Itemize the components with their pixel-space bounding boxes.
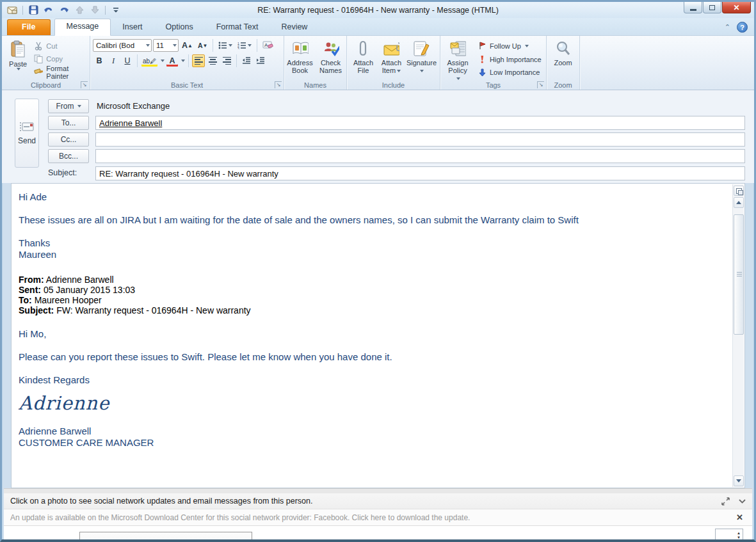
customize-qat-button[interactable] bbox=[109, 4, 122, 16]
to-field[interactable]: Adrienne Barwell bbox=[95, 116, 745, 130]
bullets-button[interactable] bbox=[216, 39, 234, 52]
contact-photo-placeholder[interactable] bbox=[79, 532, 252, 542]
tags-group-label: Tags bbox=[486, 81, 501, 89]
scroll-down-button[interactable] bbox=[734, 475, 744, 486]
restore-button[interactable] bbox=[703, 2, 721, 13]
font-name-combo[interactable]: Calibri (Bod bbox=[93, 39, 152, 52]
clipboard-dialog-launcher[interactable]: ↘ bbox=[81, 81, 88, 88]
tags-dialog-launcher[interactable]: ↘ bbox=[537, 81, 544, 88]
font-color-button[interactable]: A bbox=[166, 54, 179, 67]
underline-button[interactable]: U bbox=[121, 54, 134, 67]
cc-button[interactable]: Cc... bbox=[48, 132, 89, 147]
close-button[interactable]: ✕ bbox=[722, 2, 751, 13]
increase-indent-button[interactable] bbox=[254, 54, 267, 67]
dismiss-update-icon[interactable]: ✕ bbox=[736, 513, 743, 522]
body-scrollbar[interactable] bbox=[732, 184, 744, 487]
paste-button[interactable]: Paste bbox=[4, 38, 31, 79]
check-names-button[interactable]: Check Names bbox=[316, 38, 346, 79]
tab-format-text[interactable]: Format Text bbox=[205, 20, 270, 35]
message-body[interactable]: Hi Ade These issues are all on JIRA but … bbox=[11, 183, 745, 488]
from-button[interactable]: From bbox=[48, 99, 89, 113]
assign-policy-button[interactable]: Assign Policy bbox=[443, 38, 472, 79]
copy-button[interactable]: Copy bbox=[31, 53, 87, 65]
tab-file[interactable]: File bbox=[7, 19, 51, 35]
follow-up-button[interactable]: Follow Up bbox=[475, 40, 543, 52]
high-importance-icon bbox=[477, 54, 487, 65]
numbering-caret bbox=[248, 44, 252, 47]
highlight-button[interactable]: ab🖉 bbox=[141, 54, 158, 67]
signature-button[interactable]: Signature bbox=[406, 38, 437, 79]
scrollbar-thumb[interactable] bbox=[734, 214, 744, 335]
low-importance-button[interactable]: Low Importance bbox=[475, 67, 543, 78]
attach-file-button[interactable]: Attach File bbox=[350, 38, 377, 79]
decrease-indent-button[interactable] bbox=[240, 54, 253, 67]
highlight-caret[interactable] bbox=[161, 60, 165, 62]
minimize-icon bbox=[690, 9, 696, 11]
social-update-text[interactable]: An update is available on the Microsoft … bbox=[10, 513, 470, 522]
bullets-icon bbox=[218, 42, 227, 49]
minimize-button[interactable] bbox=[684, 2, 702, 13]
chevron-down-icon[interactable] bbox=[739, 499, 746, 504]
attach-item-button[interactable]: Attach Item bbox=[377, 38, 406, 79]
tab-options[interactable]: Options bbox=[154, 20, 205, 35]
people-pane-splitter[interactable] bbox=[4, 488, 752, 493]
font-size-combo[interactable]: 11 bbox=[153, 39, 179, 52]
cc-field[interactable] bbox=[95, 132, 745, 147]
send-icon bbox=[19, 121, 35, 132]
from-account-value: Microsoft Exchange bbox=[97, 101, 170, 111]
message-window-icon bbox=[6, 4, 19, 16]
numbering-button[interactable]: 123 bbox=[236, 39, 253, 52]
undo-button[interactable] bbox=[42, 4, 55, 16]
help-icon[interactable]: ? bbox=[737, 22, 748, 33]
title-bar: RE: Warranty request - 016964H - New war… bbox=[2, 2, 754, 18]
to-recipient[interactable]: Adrienne Barwell bbox=[99, 118, 162, 128]
signature-caret bbox=[420, 70, 424, 72]
low-importance-icon bbox=[477, 67, 487, 77]
tab-message[interactable]: Message bbox=[54, 19, 111, 36]
bold-button[interactable]: B bbox=[93, 54, 106, 67]
body-thanks: Thanks bbox=[19, 237, 725, 249]
align-right-button[interactable] bbox=[220, 54, 233, 67]
high-importance-button[interactable]: High Importance bbox=[475, 54, 543, 65]
address-book-button[interactable]: Address Book bbox=[285, 38, 316, 79]
cut-button[interactable]: Cut bbox=[31, 40, 87, 52]
body-paragraph: These issues are all on JIRA but I am wa… bbox=[19, 214, 725, 226]
scrollbar-grip bbox=[737, 272, 742, 277]
redo-button[interactable] bbox=[58, 4, 70, 16]
people-pane-hint: Click on a photo to see social network u… bbox=[10, 497, 312, 506]
align-left-button[interactable] bbox=[192, 54, 205, 67]
signature-script: Adrienne bbox=[19, 397, 725, 409]
attach-item-icon bbox=[383, 40, 399, 57]
align-center-button[interactable] bbox=[206, 54, 219, 67]
align-right-icon bbox=[223, 57, 231, 65]
bcc-field[interactable] bbox=[95, 149, 745, 163]
signature-block: Adrienne Barwell CUSTOMER CARE MANAGER bbox=[19, 426, 725, 449]
align-left-icon bbox=[195, 57, 203, 65]
basic-text-dialog-launcher[interactable]: ↘ bbox=[275, 81, 282, 88]
people-pane-scrollbar[interactable]: ▲ ▼ bbox=[715, 529, 743, 541]
basic-text-group: Calibri (Bod 11 A▲ A▼ bbox=[90, 36, 284, 90]
shrink-font-button[interactable]: A▼ bbox=[196, 39, 210, 52]
clear-formatting-button[interactable]: A bbox=[261, 39, 275, 52]
font-color-caret[interactable] bbox=[181, 60, 185, 62]
italic-button[interactable]: I bbox=[107, 54, 120, 67]
scroll-up-button[interactable] bbox=[734, 197, 744, 208]
quick-access-toolbar bbox=[2, 4, 122, 16]
previous-item-button[interactable] bbox=[73, 4, 86, 16]
ruler-toggle-icon[interactable] bbox=[734, 186, 744, 196]
expand-people-pane-icon[interactable] bbox=[721, 497, 730, 506]
send-button[interactable]: Send bbox=[15, 99, 39, 168]
tab-review[interactable]: Review bbox=[269, 20, 319, 35]
grow-font-button[interactable]: A▲ bbox=[180, 39, 195, 52]
collapse-ribbon-icon[interactable]: ⌃ bbox=[725, 23, 730, 31]
save-button[interactable] bbox=[27, 4, 40, 16]
bcc-button[interactable]: Bcc... bbox=[48, 149, 89, 163]
font-size-caret bbox=[173, 44, 177, 47]
subject-field[interactable]: RE: Warranty request - 016964H - New war… bbox=[95, 166, 745, 180]
format-painter-button[interactable]: Format Painter bbox=[31, 66, 87, 78]
tab-insert[interactable]: Insert bbox=[111, 20, 154, 35]
to-button[interactable]: To... bbox=[48, 116, 89, 130]
next-item-button[interactable] bbox=[88, 4, 101, 16]
cut-icon bbox=[33, 41, 44, 51]
zoom-button[interactable]: Zoom bbox=[549, 38, 577, 79]
